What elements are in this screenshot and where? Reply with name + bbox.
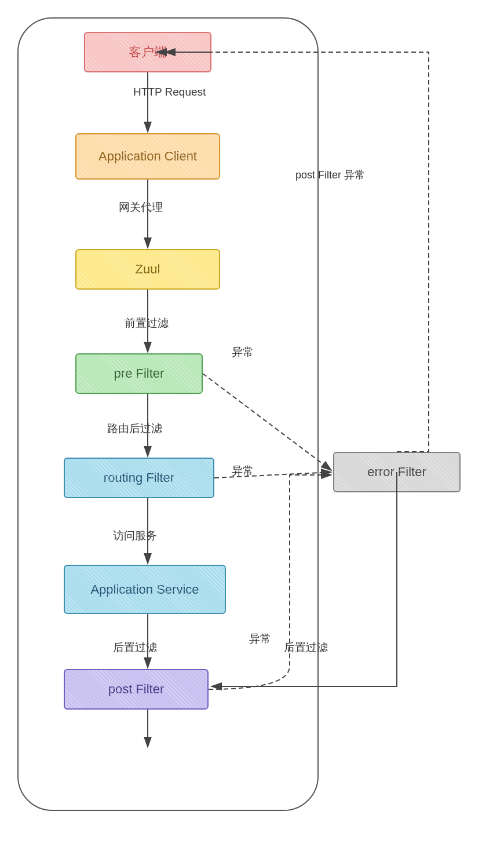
zuul-label: Zuul bbox=[136, 262, 160, 277]
post-filter-label: 后置过滤 bbox=[113, 640, 157, 655]
error-filter-box: error Filter bbox=[333, 452, 461, 492]
client-label: 客户端 bbox=[129, 43, 167, 61]
pre-filter-label: pre Filter bbox=[114, 366, 165, 381]
diagram-container: 客户端 Application Client Zuul pre Filter r… bbox=[0, 0, 504, 848]
gateway-proxy-label: 网关代理 bbox=[119, 200, 163, 215]
visit-service-label: 访问服务 bbox=[113, 528, 157, 543]
route-post-filter-label: 路由后过滤 bbox=[107, 421, 162, 436]
http-request-label: HTTP Request bbox=[133, 86, 206, 98]
routing-filter-label: routing Filter bbox=[104, 470, 174, 485]
app-client-label: Application Client bbox=[98, 149, 197, 164]
svg-line-10 bbox=[203, 374, 331, 470]
client-box: 客户端 bbox=[84, 32, 211, 72]
error-filter-label: error Filter bbox=[367, 465, 426, 480]
exception3-label: 异常 bbox=[249, 631, 271, 646]
app-service-box: Application Service bbox=[64, 565, 226, 614]
exception1-label: 异常 bbox=[232, 345, 254, 360]
arrows-svg bbox=[0, 0, 504, 848]
app-service-label: Application Service bbox=[90, 582, 199, 597]
zuul-box: Zuul bbox=[75, 249, 220, 290]
post-filter-label2: 后置过滤 bbox=[284, 640, 328, 655]
post-filter-exception-label: post Filter 异常 bbox=[295, 168, 365, 182]
pre-filter-box: pre Filter bbox=[75, 353, 203, 394]
pre-filter-text-label: 前置过滤 bbox=[125, 316, 169, 331]
exception2-label: 异常 bbox=[232, 463, 254, 478]
post-filter-box: post Filter bbox=[64, 669, 209, 710]
post-filter-label: post Filter bbox=[108, 682, 165, 697]
app-client-box: Application Client bbox=[75, 133, 220, 180]
routing-filter-box: routing Filter bbox=[64, 458, 214, 498]
